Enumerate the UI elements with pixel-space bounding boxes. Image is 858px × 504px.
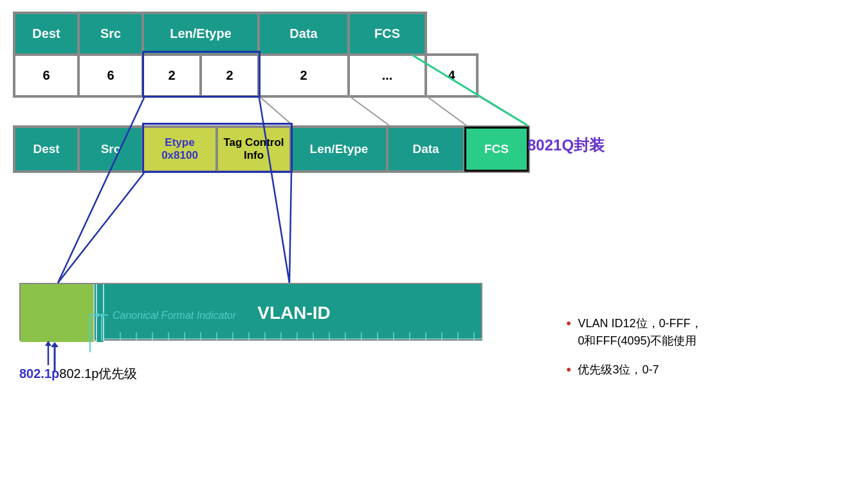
label-8021p: 802.1p802.1p优先级	[19, 365, 137, 382]
top-src-cell: Src	[78, 13, 143, 55]
bottom-tci-cell: Tag ControlInfo	[217, 127, 291, 172]
bottom-etype-cell: Etype0x8100	[143, 127, 217, 172]
priority-text: 802.1p优先级	[59, 366, 137, 381]
bottom-dest-cell: Dest	[14, 127, 78, 172]
vlan-container: VLAN-ID	[19, 283, 482, 354]
top-ethernet-frame: Dest Src Len/Etype Data FCS	[13, 12, 427, 56]
top-dest-cell: Dest	[14, 13, 78, 55]
bullet-1: ●	[566, 318, 571, 328]
info-text-1: VLAN ID12位，0-FFF，0和FFF(4095)不能使用	[578, 315, 702, 350]
num-4: 4	[426, 55, 477, 96]
vlan-priority-box	[21, 284, 95, 342]
main-container: Dest Src Len/Etype Data FCS 6 6 2 2 2 ..…	[0, 0, 858, 504]
svg-line-8	[289, 173, 291, 283]
cfi-label: Canonical Format Indicator	[113, 310, 236, 321]
bottom-fcs-cell: FCS	[464, 127, 529, 172]
num-2b: 2	[201, 55, 259, 96]
bottom-len-cell: Len/Etype	[291, 127, 387, 172]
vlan-bar: VLAN-ID	[19, 283, 482, 341]
8021p-text: 802.1p	[19, 366, 59, 381]
top-fcs-cell: FCS	[349, 13, 426, 55]
svg-line-3	[477, 95, 527, 125]
svg-line-2	[425, 95, 466, 125]
num-2c: 2	[259, 55, 349, 96]
info-item-2: ● 优先级3位，0-7	[566, 361, 702, 379]
numbers-row: 6 6 2 2 2 ... 4	[13, 53, 479, 98]
bottom-src-cell: Src	[78, 127, 143, 172]
top-data-cell: Data	[259, 13, 349, 55]
bullet-2: ●	[566, 364, 571, 374]
info-item-1: ● VLAN ID12位，0-FFF，0和FFF(4095)不能使用	[566, 315, 702, 350]
num-2a: 2	[143, 55, 201, 96]
bottom-8021q-frame: Dest Src Etype0x8100 Tag ControlInfo Len…	[13, 125, 530, 173]
num-6b: 6	[78, 55, 143, 96]
num-dots: ...	[349, 55, 426, 96]
info-text-2: 优先级3位，0-7	[578, 361, 659, 379]
8021q-text: 8021Q封装	[527, 136, 605, 154]
bottom-data-cell: Data	[387, 127, 464, 172]
num-6a: 6	[14, 55, 78, 96]
svg-line-0	[258, 95, 293, 125]
svg-line-1	[348, 95, 389, 125]
svg-line-7	[58, 173, 144, 283]
top-len-cell: Len/Etype	[143, 13, 259, 55]
label-8021q: 8021Q封装	[527, 135, 605, 156]
info-list: ● VLAN ID12位，0-FFF，0和FFF(4095)不能使用 ● 优先级…	[566, 315, 702, 390]
